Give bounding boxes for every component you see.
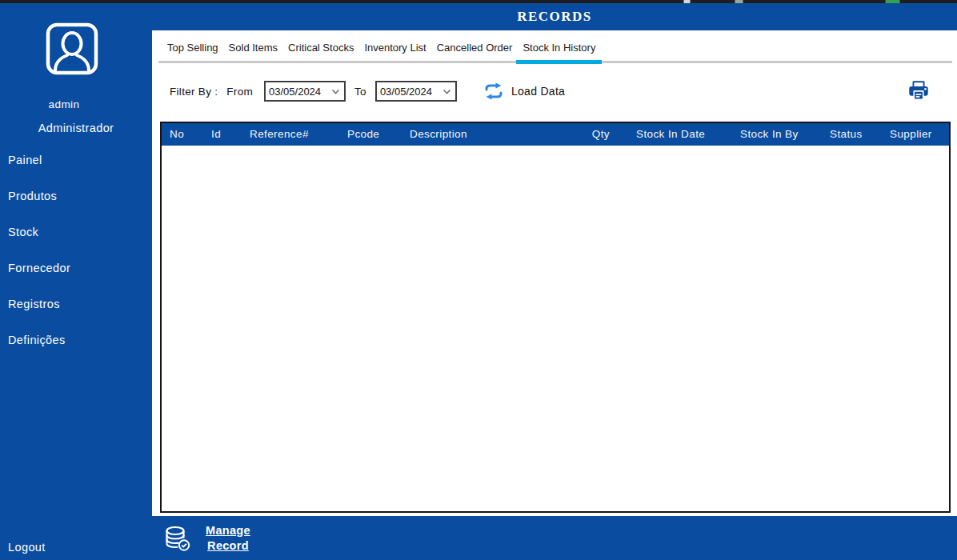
database-check-icon [164,525,191,552]
filter-row: Filter By : From 03/05/2024 To 03/05/202… [170,80,957,102]
app-window: admin Administrador Painel Produtos Stoc… [0,0,957,560]
to-date-value: 03/05/2024 [380,86,432,98]
column-stock-in-date[interactable]: Stock In Date [636,123,705,146]
main-area: RECORDS Top Selling Sold Items Critical … [152,3,957,560]
manage-record-label: Manage Record [199,523,257,554]
tab-top-selling[interactable]: Top Selling [163,30,222,64]
sidebar-item-produtos[interactable]: Produtos [0,178,152,214]
footer-bar: Manage Record [152,516,957,560]
refresh-icon[interactable] [483,82,504,100]
user-role: Administrador [0,122,152,134]
from-date-picker[interactable]: 03/05/2024 [264,81,346,102]
tab-cancelled-order[interactable]: Cancelled Order [433,30,517,64]
user-avatar-icon [46,22,98,78]
sidebar-item-fornecedor[interactable]: Fornecedor [0,250,152,286]
column-no[interactable]: No [170,123,184,146]
filter-by-label: Filter By : [170,86,218,98]
records-table: No Id Reference# Pcode Description Qty S… [160,122,951,513]
column-status[interactable]: Status [830,123,863,146]
tab-stock-in-history[interactable]: Stock In History [519,30,599,64]
column-description[interactable]: Description [410,123,467,146]
column-supplier[interactable]: Supplier [890,123,932,146]
manage-record-line1: Manage [199,523,257,538]
sidebar-menu: Painel Produtos Stock Fornecedor Registr… [0,142,152,358]
load-data-button[interactable]: Load Data [511,85,565,98]
manage-record-link[interactable]: Manage Record [164,523,257,554]
sidebar-item-definicoes[interactable]: Definições [0,322,152,358]
from-date-value: 03/05/2024 [269,86,321,98]
table-body[interactable] [162,146,949,511]
logout-button[interactable]: Logout [8,541,46,554]
tab-critical-stocks[interactable]: Critical Stocks [284,30,358,64]
sidebar-item-stock[interactable]: Stock [0,214,152,250]
chevron-down-icon [442,89,451,94]
to-date-picker[interactable]: 03/05/2024 [375,81,457,102]
tab-bar: Top Selling Sold Items Critical Stocks I… [152,30,957,64]
column-qty[interactable]: Qty [562,123,610,146]
printer-icon[interactable] [907,79,931,103]
username: admin [0,98,128,110]
tab-sold-items[interactable]: Sold Items [225,30,282,64]
column-stock-in-by[interactable]: Stock In By [740,123,799,146]
page-title: RECORDS [517,9,592,25]
column-reference[interactable]: Reference# [250,123,309,146]
chevron-down-icon [331,89,340,94]
manage-record-line2: Record [199,538,257,554]
records-panel: Top Selling Sold Items Critical Stocks I… [152,30,957,516]
sidebar: admin Administrador Painel Produtos Stoc… [0,3,152,560]
to-label: To [354,86,366,98]
titlebar: RECORDS [152,3,957,30]
table-header: No Id Reference# Pcode Description Qty S… [162,123,949,146]
sidebar-item-painel[interactable]: Painel [0,142,152,178]
sidebar-item-registros[interactable]: Registros [0,286,152,322]
column-pcode[interactable]: Pcode [347,123,379,146]
tab-inventory-list[interactable]: Inventory List [360,30,430,64]
from-label: From [226,86,253,98]
column-id[interactable]: Id [211,123,221,146]
